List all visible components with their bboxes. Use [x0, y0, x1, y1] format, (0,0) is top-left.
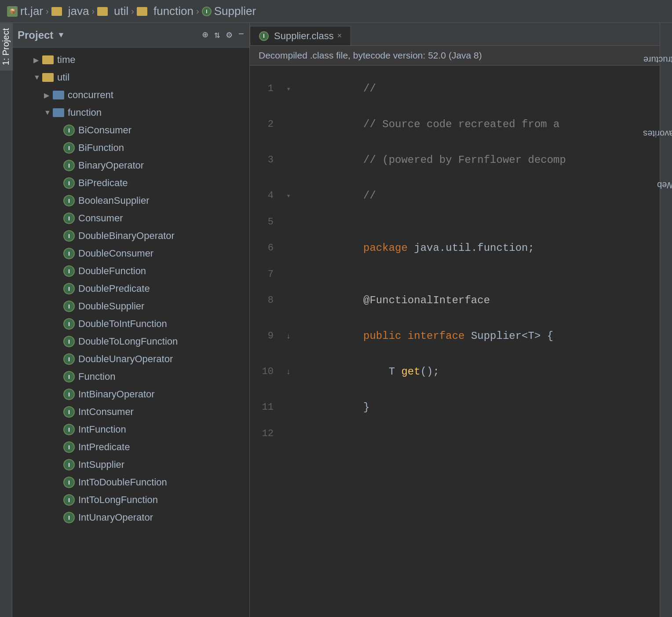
code-line-6: 6 package java.util.function; — [250, 230, 660, 266]
tree-label-concurrent: concurrent — [68, 89, 113, 101]
tab-project[interactable]: 1: Project — [0, 23, 13, 70]
interface-icon-bipredicate: I — [63, 177, 75, 189]
interface-icon-doubletoint: I — [63, 318, 75, 330]
tree-item-intpredicate[interactable]: I IntPredicate — [12, 438, 249, 456]
folder-function-icon — [137, 7, 147, 16]
interface-icon-doubleconsumer: I — [63, 248, 75, 259]
panel-arrow[interactable]: ▼ — [58, 31, 63, 40]
interface-icon-intconsumer: I — [63, 406, 75, 418]
tree-item-doublefunction[interactable]: I DoubleFunction — [12, 262, 249, 280]
tree-item-bifunction[interactable]: I BiFunction — [12, 139, 249, 157]
interface-icon-doubletolong: I — [63, 336, 75, 347]
tree-item-doublepredicate[interactable]: I DoublePredicate — [12, 280, 249, 297]
tree-item-doubleunaryoperator[interactable]: I DoubleUnaryOperator — [12, 350, 249, 368]
gutter-arrow-9: ↓ — [286, 332, 291, 341]
tree-item-inttodouble[interactable]: I IntToDoubleFunction — [12, 474, 249, 491]
tab-close-button[interactable]: × — [337, 31, 342, 40]
tab-web[interactable]: Web — [652, 178, 672, 192]
code-line-4: 4 ▾ // — [250, 178, 660, 213]
tree-item-util[interactable]: ▼ util — [12, 69, 249, 86]
tree-label-doublefunction: DoubleFunction — [78, 265, 146, 277]
tree-item-intconsumer[interactable]: I IntConsumer — [12, 403, 249, 421]
tree-item-intunary[interactable]: I IntUnaryOperator — [12, 509, 249, 526]
chevron-2: › — [91, 6, 95, 16]
tree-item-intsupplier[interactable]: I IntSupplier — [12, 456, 249, 474]
chevron-4: › — [196, 6, 199, 16]
tree-item-doubletolongfunction[interactable]: I DoubleToLongFunction — [12, 333, 249, 350]
tree-item-doublebinaryoperator[interactable]: I DoubleBinaryOperator — [12, 227, 249, 245]
folder-java-icon — [51, 7, 62, 16]
tree-item-intbinaryoperator[interactable]: I IntBinaryOperator — [12, 386, 249, 403]
tree-label-doublebinaryop: DoubleBinaryOperator — [78, 230, 175, 242]
interface-icon-intfunction: I — [63, 424, 75, 435]
panel-header: Project ▼ ⊕ ⇅ ⚙ − — [12, 23, 249, 48]
tree-label-intunary: IntUnaryOperator — [78, 512, 153, 523]
tree-item-doubleconsumer[interactable]: I DoubleConsumer — [12, 245, 249, 262]
tree-item-biconsumer[interactable]: I BiConsumer — [12, 121, 249, 139]
code-editor[interactable]: 1 ▾ // 2 // Source code recreated from a… — [250, 66, 660, 617]
folder-icon-function — [53, 108, 64, 117]
line-content-10: T get(); — [296, 354, 660, 389]
tree-item-function[interactable]: ▼ function — [12, 104, 249, 121]
interface-icon-function: I — [63, 371, 75, 382]
code-line-8: 8 @FunctionalInterface — [250, 283, 660, 318]
tree-item-booleansupplier[interactable]: I BooleanSupplier — [12, 192, 249, 209]
line-content-8: @FunctionalInterface — [296, 283, 660, 318]
line-num-3: 3 — [250, 154, 281, 165]
tree-label-intsupplier: IntSupplier — [78, 459, 124, 470]
tree-item-doublesupplier[interactable]: I DoubleSupplier — [12, 297, 249, 315]
tree-label-util: util — [57, 72, 69, 83]
settings-icon[interactable]: ⚙ — [226, 29, 232, 41]
minimize-icon[interactable]: − — [238, 29, 244, 41]
tree-item-time[interactable]: ▶ time — [12, 51, 249, 69]
locate-icon[interactable]: ⊕ — [202, 29, 208, 41]
tree-label-intfunction: IntFunction — [78, 424, 126, 435]
right-panel-strip: 7: Structure 2: Favorites Web — [660, 23, 672, 617]
tree-item-concurrent[interactable]: ▶ concurrent — [12, 86, 249, 104]
tree-item-binaryoperator[interactable]: I BinaryOperator — [12, 157, 249, 174]
line-num-12: 12 — [250, 428, 281, 439]
code-line-10: 10 ↓ T get(); — [250, 354, 660, 389]
interface-icon-booleansupplier: I — [63, 195, 75, 206]
tree-label-function: Function — [78, 371, 115, 382]
tree-label-function: function — [68, 107, 102, 118]
tree-label-doublepredicate: DoublePredicate — [78, 283, 150, 294]
tree-label-intconsumer: IntConsumer — [78, 406, 134, 418]
tree-container[interactable]: ▶ time ▼ util ▶ concurrent ▼ function — [12, 48, 249, 617]
interface-icon-doublepredicate: I — [63, 283, 75, 294]
left-panel-strip: 1: Project — [0, 23, 12, 617]
gutter-arrow-10: ↓ — [286, 367, 291, 376]
tree-item-bipredicate[interactable]: I BiPredicate — [12, 174, 249, 192]
interface-icon-biconsumer: I — [63, 125, 75, 136]
tree-label-inttodouble: IntToDoubleFunction — [78, 477, 167, 488]
interface-icon-inttodouble: I — [63, 477, 75, 488]
tree-label-time: time — [57, 54, 76, 66]
line-num-9: 9 — [250, 331, 281, 342]
editor-panel: I Supplier.class × Decompiled .class fil… — [250, 23, 660, 617]
code-line-9: 9 ↓ public interface Supplier<T> { — [250, 318, 660, 354]
tree-label-doubletoint: DoubleToIntFunction — [78, 318, 167, 330]
tree-item-consumer[interactable]: I Consumer — [12, 209, 249, 227]
filter-icon[interactable]: ⇅ — [214, 29, 220, 41]
gutter-1: ▾ — [281, 84, 296, 93]
interface-icon-intpredicate: I — [63, 441, 75, 453]
gutter-4: ▾ — [281, 191, 296, 200]
tab-filename: Supplier.class — [274, 30, 334, 42]
tab-favorites[interactable]: 2: Favorites — [638, 127, 672, 140]
tree-label-inttolong: IntToLongFunction — [78, 494, 158, 506]
editor-tab-supplier[interactable]: I Supplier.class × — [250, 26, 351, 45]
tab-structure[interactable]: 7: Structure — [638, 53, 672, 66]
interface-icon-inttolong: I — [63, 494, 75, 506]
tree-label-doublesupplier: DoubleSupplier — [78, 301, 144, 312]
line-content-3: // (powered by Fernflower decomp — [296, 142, 660, 178]
tree-item-doubletointfunction[interactable]: I DoubleToIntFunction — [12, 315, 249, 333]
code-line-2: 2 // Source code recreated from a — [250, 107, 660, 142]
line-content-1: // — [296, 71, 660, 107]
tree-item-intfunction[interactable]: I IntFunction — [12, 421, 249, 438]
tree-item-function[interactable]: I Function — [12, 368, 249, 386]
interface-icon-breadcrumb: I — [202, 7, 212, 16]
line-num-5: 5 — [250, 217, 281, 228]
interface-icon-binaryoperator: I — [63, 160, 75, 171]
tree-label-biconsumer: BiConsumer — [78, 125, 131, 136]
tree-item-inttolong[interactable]: I IntToLongFunction — [12, 491, 249, 509]
